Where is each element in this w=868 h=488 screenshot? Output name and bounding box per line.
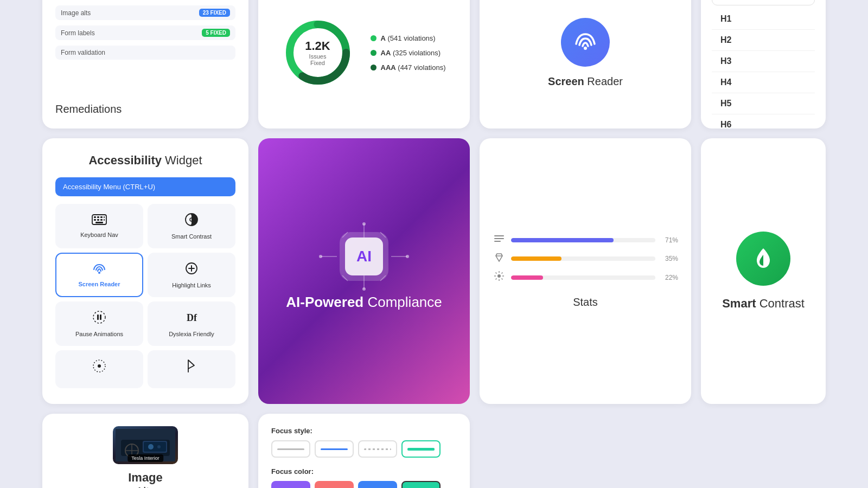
svg-rect-8 — [100, 216, 103, 218]
svg-rect-42 — [494, 241, 501, 242]
image-alts-line2: Alts — [136, 485, 156, 488]
svg-point-26 — [98, 364, 101, 368]
heading-option-h4[interactable]: H4 — [712, 72, 815, 93]
svg-line-55 — [496, 279, 497, 280]
svg-point-21 — [93, 311, 105, 323]
svg-marker-43 — [496, 254, 502, 261]
heading-select[interactable]: H1 ⌄ — [712, 0, 815, 5]
focus-color-purple[interactable] — [271, 481, 310, 488]
focus-card: Focus style: Focus color: — [258, 414, 470, 488]
widget-item-8[interactable] — [148, 350, 235, 388]
focus-style-thick[interactable] — [401, 440, 441, 458]
svg-point-37 — [362, 287, 366, 291]
headings-card: H1 ⌄ H1 H2 H3 H4 H5 H6 — [701, 0, 826, 129]
focus-style-dashed[interactable] — [358, 440, 397, 458]
stat-bar-2 — [511, 256, 561, 261]
focus-style-solid[interactable] — [271, 440, 310, 458]
dot-aaa — [371, 65, 376, 70]
focus-style-label: Focus style: — [271, 427, 457, 435]
widget-label-keyboard-nav: Keyboard Nav — [80, 232, 118, 238]
widget-item-dyslexia[interactable]: Df Dyslexia Friendly — [148, 301, 235, 346]
widget-icon-7 — [92, 359, 106, 376]
svg-point-64 — [157, 445, 161, 448]
stat-bar-3 — [511, 275, 543, 280]
widget-item-keyboard-nav[interactable]: Keyboard Nav — [55, 204, 143, 248]
svg-text:Df: Df — [187, 312, 197, 323]
remediation-badge-1: 23 FIXED — [199, 9, 230, 17]
stat-pct-2: 35% — [661, 255, 678, 262]
ai-title-rest: Compliance — [363, 294, 442, 310]
widget-grid: Keyboard Nav Smart Contrast — [55, 204, 235, 388]
svg-rect-41 — [494, 238, 504, 239]
svg-rect-14 — [95, 222, 103, 223]
remediations-title: Remediations — [55, 103, 235, 115]
car-image-tooltip: Tesla Interior — [127, 454, 163, 462]
svg-line-54 — [502, 273, 503, 274]
focus-color-label: Focus color: — [271, 467, 457, 476]
dyslexia-icon: Df — [184, 310, 199, 328]
focus-color-blue[interactable] — [358, 481, 397, 488]
heading-option-h6[interactable]: H6 — [712, 114, 815, 135]
focus-color-red[interactable] — [315, 481, 354, 488]
heading-selected: H1 — [719, 0, 730, 1]
legend-aaa: AAA (447 violations) — [371, 63, 446, 72]
heading-option-h5[interactable]: H5 — [712, 93, 815, 114]
screen-reader-card: Screen Reader — [480, 0, 691, 129]
widget-item-smart-contrast[interactable]: Smart Contrast — [148, 204, 235, 248]
focus-color-green[interactable] — [401, 481, 441, 488]
stat-pct-1: 71% — [661, 236, 678, 244]
ai-chip-container: AI — [340, 232, 388, 281]
screen-reader-title-rest: Reader — [584, 75, 623, 87]
focus-line-blue — [321, 448, 348, 450]
dot-aa — [371, 50, 376, 56]
ai-title: AI-Powered Compliance — [286, 294, 442, 311]
donut-chart: 1.2K Issues Fixed — [283, 17, 353, 88]
legend-aaa-text: AAA (447 violations) — [381, 63, 446, 72]
heading-option-h2[interactable]: H2 — [712, 30, 815, 51]
widget-label-pause-animations: Pause Animations — [75, 331, 123, 337]
svg-rect-11 — [97, 219, 99, 221]
svg-rect-22 — [97, 314, 99, 320]
highlight-links-icon — [184, 261, 199, 279]
svg-point-47 — [497, 274, 501, 278]
stats-card: 71% 35% — [480, 138, 691, 404]
heading-option-h1[interactable]: H1 — [712, 9, 815, 30]
stat-icon-3 — [493, 271, 506, 284]
widget-item-screen-reader[interactable]: Screen Reader — [55, 253, 143, 297]
smart-contrast-icon — [184, 213, 199, 230]
keyboard-nav-icon — [92, 214, 107, 228]
svg-rect-12 — [100, 219, 103, 221]
svg-point-39 — [406, 255, 409, 258]
remediation-label-2: Form labels — [61, 29, 95, 37]
ai-card: AI AI-Powered Compliance — [258, 138, 470, 404]
svg-point-38 — [319, 255, 322, 258]
widget-item-highlight-links[interactable]: Highlight Links — [148, 253, 235, 297]
remediation-row-2: Form labels 5 FIXED — [55, 25, 235, 40]
focus-line-dashed — [364, 448, 391, 450]
svg-rect-10 — [94, 219, 96, 221]
image-alts-card: Tesla Interior Image Alts — [42, 414, 248, 488]
image-alts-bold: Image — [128, 471, 163, 484]
stat-pct-3: 22% — [661, 274, 678, 281]
widget-label-screen-reader: Screen Reader — [78, 281, 120, 287]
widget-title-bold: Accessibility — [88, 153, 162, 167]
widget-card: Accessibility Widget Accessibility Menu … — [42, 138, 248, 404]
stat-bar-1 — [511, 238, 614, 242]
focus-line-solid — [277, 448, 304, 450]
widget-icon-8 — [186, 359, 197, 376]
heading-option-h3[interactable]: H3 — [712, 51, 815, 72]
smart-contrast-rest: Contrast — [756, 297, 805, 310]
stat-bar-wrap-3 — [511, 275, 655, 280]
svg-point-36 — [362, 222, 366, 226]
widget-menu-bar[interactable]: Accessibility Menu (CTRL+U) — [55, 177, 235, 196]
widget-item-7[interactable] — [55, 350, 143, 388]
widget-item-pause-animations[interactable]: Pause Animations — [55, 301, 143, 346]
ai-chip: AI — [340, 232, 388, 281]
svg-line-53 — [502, 279, 503, 280]
screen-reader-title: Screen Reader — [548, 75, 623, 88]
svg-rect-40 — [494, 235, 504, 236]
focus-style-solid-blue[interactable] — [315, 440, 354, 458]
legend-a-text: A (541 violations) — [381, 34, 436, 42]
remediation-row-1: Image alts 23 FIXED — [55, 5, 235, 20]
remediation-badge-2: 5 FIXED — [202, 29, 230, 37]
